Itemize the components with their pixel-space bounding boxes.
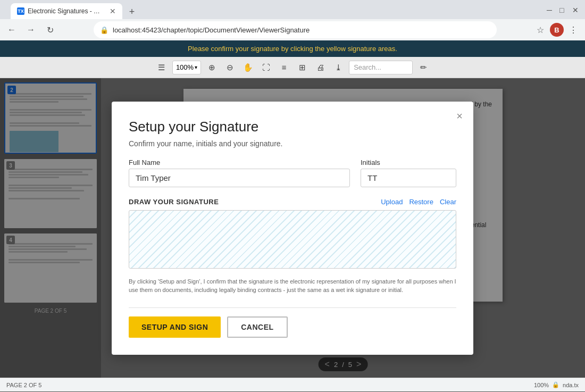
- window-maximize-btn[interactable]: □: [559, 6, 566, 13]
- lock-icon: 🔒: [552, 381, 559, 388]
- modal-close-btn[interactable]: ×: [456, 110, 463, 122]
- notification-bar: Please confirm your signature by clickin…: [0, 40, 585, 57]
- legal-text: By clicking 'Setup and Sign', I confirm …: [129, 277, 456, 295]
- profile-avatar[interactable]: B: [550, 23, 564, 37]
- draw-signature-label: DRAW YOUR SIGNATURE: [129, 198, 219, 206]
- sidebar-toggle-btn[interactable]: ☰: [154, 60, 169, 75]
- modal-overlay: × Setup your Signature Confirm your name…: [0, 78, 585, 378]
- initials-group: Initials: [361, 159, 456, 187]
- main-area: 2 3: [0, 78, 585, 378]
- signature-header: DRAW YOUR SIGNATURE Upload Restore Clear: [129, 198, 456, 206]
- full-name-group: Full Name: [129, 159, 350, 187]
- restore-btn[interactable]: Restore: [409, 198, 433, 206]
- clear-btn[interactable]: Clear: [440, 198, 456, 206]
- reload-btn[interactable]: ↻: [43, 22, 57, 37]
- zoom-out-btn[interactable]: ⊖: [222, 60, 237, 75]
- search-box[interactable]: Search...: [349, 61, 413, 74]
- browser-tab[interactable]: TX Electronic Signatures - Text Cont... …: [11, 3, 122, 19]
- doc-name: nda.tx: [563, 382, 579, 388]
- modal-fields: Full Name Initials: [129, 159, 456, 187]
- bookmark-btn[interactable]: ☆: [533, 22, 548, 37]
- modal-title: Setup your Signature: [129, 119, 456, 135]
- signature-modal: × Setup your Signature Confirm your name…: [112, 102, 473, 355]
- zoom-in-btn[interactable]: ⊕: [204, 60, 219, 75]
- url-text: localhost:45423/chapter/topic/DocumentVi…: [113, 26, 310, 34]
- cancel-btn[interactable]: CANCEL: [227, 316, 287, 338]
- tab-close-btn[interactable]: ✕: [110, 7, 116, 15]
- zoom-level: 100%: [176, 63, 194, 71]
- modal-subtitle: Confirm your name, initials and your sig…: [129, 139, 456, 148]
- signature-section: DRAW YOUR SIGNATURE Upload Restore Clear: [129, 198, 456, 269]
- tab-favicon: TX: [17, 7, 24, 15]
- address-bar[interactable]: 🔒 localhost:45423/chapter/topic/Document…: [94, 21, 497, 38]
- pdf-toolbar: ☰ 100% ▾ ⊕ ⊖ ✋ ⛶ ≡ ⊞ 🖨 ⤓ Search... ✏: [0, 57, 585, 78]
- signature-actions: Upload Restore Clear: [381, 198, 456, 206]
- search-placeholder: Search...: [354, 63, 381, 71]
- download-btn[interactable]: ⤓: [331, 60, 346, 75]
- modal-divider: [129, 307, 456, 308]
- zoom-control[interactable]: 100% ▾: [172, 61, 201, 74]
- zoom-dropdown-icon[interactable]: ▾: [195, 64, 197, 70]
- new-tab-btn[interactable]: +: [124, 4, 139, 19]
- initials-label: Initials: [361, 159, 456, 166]
- list-view-btn[interactable]: ≡: [277, 60, 291, 75]
- tab-title: Electronic Signatures - Text Cont...: [28, 7, 102, 15]
- pan-btn[interactable]: ✋: [240, 60, 255, 75]
- fullscreen-btn[interactable]: ⛶: [258, 60, 273, 75]
- annotate-btn[interactable]: ✏: [416, 60, 431, 75]
- notification-text: Please confirm your signature by clickin…: [188, 45, 397, 53]
- initials-input[interactable]: [361, 169, 456, 187]
- upload-btn[interactable]: Upload: [381, 198, 403, 206]
- browser-menu-btn[interactable]: ⋮: [566, 22, 581, 37]
- secure-icon: 🔒: [100, 26, 108, 34]
- page-status: PAGE 2 OF 5: [6, 382, 41, 388]
- setup-and-sign-btn[interactable]: SETUP AND SIGN: [129, 316, 221, 338]
- print-btn[interactable]: 🖨: [313, 60, 328, 75]
- grid-view-btn[interactable]: ⊞: [295, 60, 310, 75]
- full-name-input[interactable]: [129, 169, 350, 187]
- full-name-label: Full Name: [129, 159, 350, 166]
- status-bar: PAGE 2 OF 5 100% 🔒 nda.tx: [0, 378, 585, 391]
- forward-btn[interactable]: →: [23, 22, 38, 37]
- back-btn[interactable]: ←: [4, 22, 19, 37]
- window-close-btn[interactable]: ✕: [572, 6, 579, 13]
- signature-canvas[interactable]: [129, 210, 456, 269]
- zoom-status: 100%: [534, 382, 549, 388]
- modal-footer: SETUP AND SIGN CANCEL: [129, 316, 456, 338]
- window-minimize-btn[interactable]: ─: [547, 6, 553, 13]
